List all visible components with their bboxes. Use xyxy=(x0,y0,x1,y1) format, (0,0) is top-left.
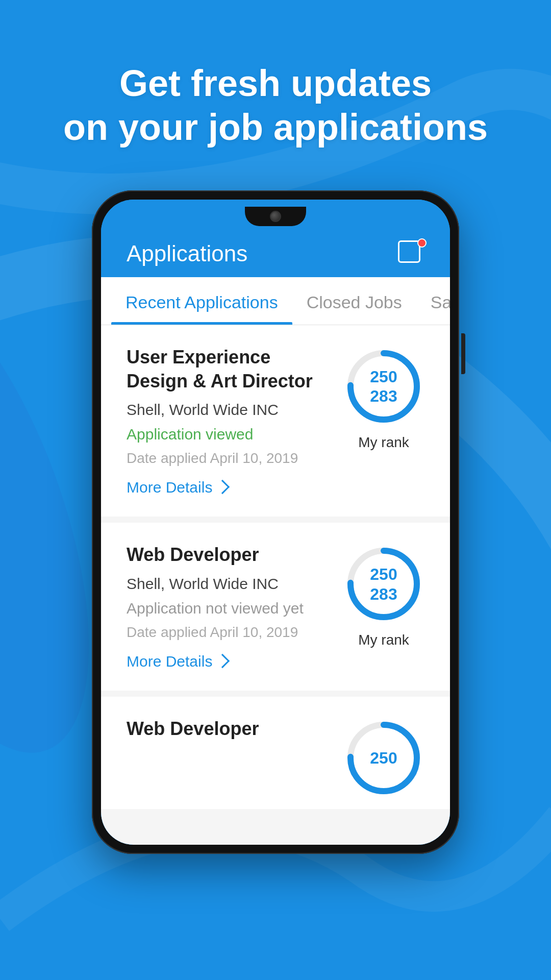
job-card-3: Web Developer 250 xyxy=(101,697,450,809)
rank-circle-3: 250 xyxy=(343,717,424,799)
job-list: User Experience Design & Art Director Sh… xyxy=(101,325,450,845)
camera-dot xyxy=(270,211,281,222)
hero-section: Get fresh updates on your job applicatio… xyxy=(0,0,551,180)
more-details-button-1[interactable]: More Details xyxy=(127,479,328,496)
phone-screen: Applications Recent Applications Closed … xyxy=(101,200,450,845)
rank-label-2: My rank xyxy=(358,632,409,648)
job-status-1: Application viewed xyxy=(127,426,328,443)
chevron-right-icon-2 xyxy=(215,654,230,668)
rank-label-1: My rank xyxy=(358,434,409,451)
job-date-1: Date applied April 10, 2019 xyxy=(127,450,328,467)
job-info-2: Web Developer Shell, World Wide INC Appl… xyxy=(127,543,343,670)
job-info-1: User Experience Design & Art Director Sh… xyxy=(127,346,343,497)
job-card-1: User Experience Design & Art Director Sh… xyxy=(101,325,450,517)
job-company-2: Shell, World Wide INC xyxy=(127,575,328,593)
app-title: Applications xyxy=(127,241,247,266)
job-card-2: Web Developer Shell, World Wide INC Appl… xyxy=(101,523,450,691)
hero-line2: on your job applications xyxy=(63,107,488,148)
notification-badge xyxy=(417,238,427,248)
tab-saved[interactable]: Saved xyxy=(416,277,450,325)
phone-notch xyxy=(245,207,306,226)
phone-frame: Applications Recent Applications Closed … xyxy=(92,190,459,854)
job-title-3: Web Developer xyxy=(127,717,328,741)
phone-notch-bar xyxy=(101,200,450,230)
more-details-button-2[interactable]: More Details xyxy=(127,653,328,670)
tab-closed-jobs[interactable]: Closed Jobs xyxy=(292,277,416,325)
job-title-2: Web Developer xyxy=(127,543,328,567)
job-info-3: Web Developer xyxy=(127,717,343,749)
hero-line1: Get fresh updates xyxy=(119,63,432,104)
job-status-2: Application not viewed yet xyxy=(127,600,328,617)
job-company-1: Shell, World Wide INC xyxy=(127,401,328,419)
app-header: Applications xyxy=(101,230,450,277)
tabs-bar: Recent Applications Closed Jobs Saved xyxy=(101,277,450,325)
rank-circle-1: 250 283 My rank xyxy=(343,346,424,451)
chevron-right-icon-1 xyxy=(215,480,230,494)
rank-circle-2: 250 283 My rank xyxy=(343,543,424,648)
tab-recent-applications[interactable]: Recent Applications xyxy=(111,277,292,325)
notification-button[interactable] xyxy=(398,240,424,267)
phone-mockup: Applications Recent Applications Closed … xyxy=(0,190,551,854)
job-title-1: User Experience Design & Art Director xyxy=(127,346,328,394)
job-date-2: Date applied April 10, 2019 xyxy=(127,624,328,641)
app-content: Applications Recent Applications Closed … xyxy=(101,230,450,845)
